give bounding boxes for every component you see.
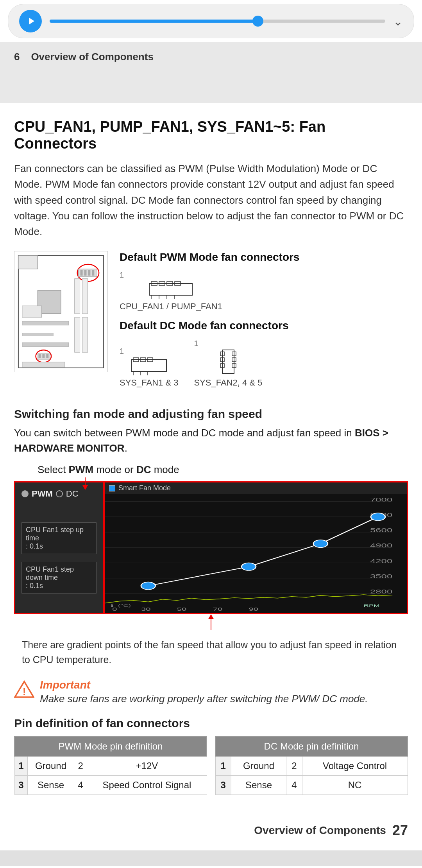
progress-bar[interactable] <box>50 20 385 23</box>
chart-arrow <box>208 614 214 630</box>
svg-point-65 <box>141 582 156 590</box>
footer-title: Overview of Components <box>254 824 386 837</box>
switch-heading: Switching fan mode and adjusting fan spe… <box>14 407 408 421</box>
svg-text:5600: 5600 <box>370 527 392 533</box>
table-row: 1 Ground 2 Voltage Control <box>215 756 408 776</box>
pwm-label3: Sense <box>28 776 74 795</box>
section-description: Fan connectors can be classified as PWM … <box>14 161 408 239</box>
svg-rect-10 <box>82 279 88 314</box>
svg-rect-13 <box>22 321 69 325</box>
svg-text:!: ! <box>23 686 26 698</box>
svg-text:2800: 2800 <box>370 589 392 595</box>
dc-connector-row: 1 SYS_FAN1 & 3 1 <box>120 339 408 388</box>
smart-fan-header: Smart Fan Mode <box>105 482 407 494</box>
fan-step-up-box: CPU Fan1 step up time : 0.1s <box>21 522 97 554</box>
dc-radio[interactable] <box>56 490 63 497</box>
media-bar: ⌄ <box>8 4 414 38</box>
chevron-down-icon[interactable]: ⌄ <box>393 14 403 28</box>
play-button[interactable] <box>19 10 42 32</box>
pin-tables: PWM Mode pin definition 1 Ground 2 +12V … <box>14 736 408 795</box>
important-heading: Important <box>40 679 368 691</box>
svg-text:3500: 3500 <box>370 574 392 579</box>
svg-rect-18 <box>38 355 41 359</box>
dc-connector-1: 1 SYS_FAN1 & 3 <box>120 347 178 388</box>
dc-table-header: DC Mode pin definition <box>215 737 408 756</box>
svg-rect-19 <box>42 355 45 359</box>
pwm-connector-label: CPU_FAN1 / PUMP_FAN1 <box>120 301 222 312</box>
dc-label-1: SYS_FAN1 & 3 <box>120 378 178 388</box>
pwm-heading: Default PWM Mode fan connectors <box>120 251 408 264</box>
section-title: CPU_FAN1, PUMP_FAN1, SYS_FAN1~5: Fan Con… <box>14 118 408 152</box>
pwm-connector-row: 1 CPU_FAN1 / PUMP_FAN1 <box>120 271 408 312</box>
svg-rect-6 <box>88 270 90 276</box>
dc-pin-table: DC Mode pin definition 1 Ground 2 Voltag… <box>215 736 408 795</box>
progress-fill <box>50 20 258 23</box>
svg-text:70: 70 <box>213 607 223 612</box>
svg-point-66 <box>241 563 256 571</box>
svg-rect-21 <box>22 306 42 318</box>
table-row: 3 Sense 4 Speed Control Signal <box>14 776 207 795</box>
pwm-pin3: 3 <box>14 776 28 795</box>
dc-label-2: SYS_FAN2, 4 & 5 <box>194 378 262 388</box>
dc-pin4: 4 <box>286 776 302 795</box>
smart-fan-chart: 7000 6300 5600 4900 4200 3500 2800 <box>105 494 407 613</box>
pwm-pin2: 2 <box>74 756 87 776</box>
bios-screenshot-container: PWM DC CPU Fan1 step up time : 0.1s CPU … <box>14 481 408 614</box>
dc-label1: Ground <box>231 756 286 776</box>
switch-section: Switching fan mode and adjusting fan spe… <box>14 407 408 667</box>
svg-rect-7 <box>92 270 94 276</box>
svg-text:50: 50 <box>177 607 187 612</box>
connector-right: Default PWM Mode fan connectors 1 <box>120 251 408 392</box>
svg-rect-12 <box>82 317 88 352</box>
dc-label3: Sense <box>231 776 286 795</box>
fan-step-down-box: CPU Fan1 step down time : 0.1s <box>21 562 97 594</box>
pwm-dc-toggle[interactable]: PWM DC <box>21 489 97 499</box>
important-box: ! Important Make sure fans are working p… <box>14 679 408 705</box>
svg-point-67 <box>313 540 328 548</box>
important-text: Important Make sure fans are working pro… <box>40 679 368 705</box>
pwm-label1: Ground <box>28 756 74 776</box>
dc-pin2: 2 <box>286 756 302 776</box>
svg-rect-15 <box>22 343 69 347</box>
connector-diagram: Default PWM Mode fan connectors 1 <box>14 251 408 392</box>
warning-icon: ! <box>14 680 34 701</box>
pwm-pin-table: PWM Mode pin definition 1 Ground 2 +12V … <box>14 736 207 795</box>
bottom-bar <box>0 850 422 866</box>
svg-rect-11 <box>75 317 80 352</box>
svg-text:4200: 4200 <box>370 558 392 564</box>
page-num: 6 <box>14 51 20 63</box>
page-header: 6 Overview of Components <box>0 42 422 72</box>
dc-heading: Default DC Mode fan connectors <box>120 319 408 332</box>
svg-rect-5 <box>84 270 87 276</box>
dc-pin1: 1 <box>215 756 231 776</box>
switch-body: You can switch between PWM mode and DC m… <box>14 425 408 456</box>
svg-rect-23 <box>22 362 65 368</box>
table-row: 3 Sense 4 NC <box>215 776 408 795</box>
svg-text:🌡 (°C): 🌡 (°C) <box>109 604 131 608</box>
pwm-dc-panel: PWM DC CPU Fan1 step up time : 0.1s CPU … <box>14 481 104 614</box>
pwm-pin1: 1 <box>14 756 28 776</box>
svg-rect-14 <box>22 333 53 336</box>
smart-fan-panel: Smart Fan Mode 7000 6300 5600 4900 42 <box>104 481 408 614</box>
svg-rect-22 <box>18 256 38 269</box>
pwm-label4: Speed Control Signal <box>87 776 207 795</box>
dc-pin3: 3 <box>215 776 231 795</box>
smart-fan-checkbox[interactable] <box>109 485 115 491</box>
page-footer: Overview of Components 27 <box>0 811 422 850</box>
svg-rect-20 <box>46 355 48 359</box>
dc-label2: Voltage Control <box>302 756 408 776</box>
pwm-table-header: PWM Mode pin definition <box>14 737 207 756</box>
svg-text:30: 30 <box>141 607 151 612</box>
dc-label4: NC <box>302 776 408 795</box>
dc-connector-2: 1 SYS_FAN2, 4 & 5 <box>194 339 262 388</box>
pwm-dc-arrow <box>82 477 88 490</box>
svg-rect-4 <box>80 270 83 276</box>
pwm-radio[interactable] <box>21 490 29 497</box>
gray-divider <box>0 72 422 103</box>
progress-thumb <box>252 16 263 27</box>
footer-page: 27 <box>392 822 408 839</box>
svg-text:4900: 4900 <box>370 543 392 549</box>
svg-text:7000: 7000 <box>370 497 392 502</box>
pwm-pin4: 4 <box>74 776 87 795</box>
motherboard-illustration <box>14 251 108 375</box>
